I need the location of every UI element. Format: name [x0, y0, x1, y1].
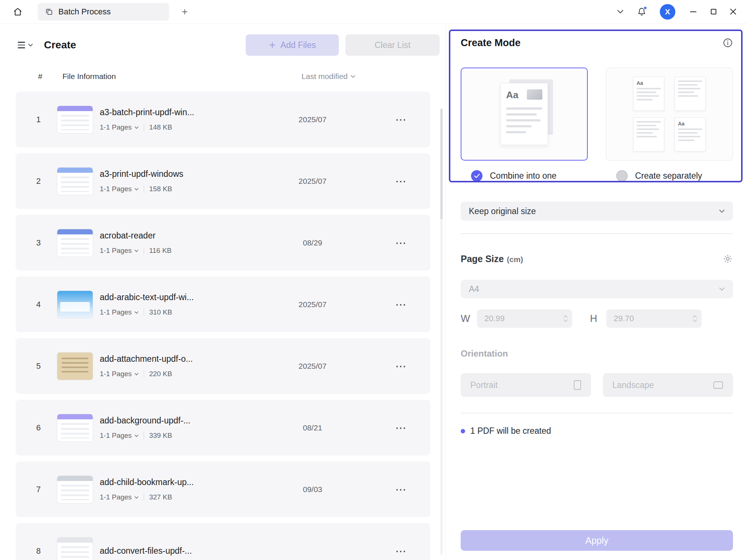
column-last-modified-sort[interactable]: Last modified: [301, 72, 355, 81]
plus-icon: [269, 41, 276, 49]
create-separately-card[interactable]: Aa Aa: [606, 68, 733, 161]
height-stepper[interactable]: [693, 309, 697, 328]
more-options-button[interactable]: ⋯: [385, 422, 418, 433]
width-label: W: [461, 313, 477, 324]
width-input[interactable]: [477, 309, 572, 328]
portrait-button[interactable]: Portrait: [461, 373, 591, 397]
column-number: #: [38, 72, 53, 81]
home-button[interactable]: [9, 3, 27, 21]
file-index: 3: [36, 238, 51, 248]
pages-dropdown[interactable]: 1-1 Pages: [100, 185, 139, 193]
file-name: a3-print-updf-windows: [100, 169, 276, 179]
file-subline: 1-1 Pages 158 KB: [100, 185, 276, 193]
hamburger-icon: [18, 42, 25, 48]
add-files-label: Add Files: [280, 40, 316, 50]
file-subline: 1-1 Pages 339 KB: [100, 432, 276, 440]
file-date: 2025/07: [276, 362, 349, 371]
status-dot-icon: [461, 429, 465, 433]
chevron-down-icon: [28, 44, 33, 47]
file-row[interactable]: 6 add-background-updf-... 1-1 Pages 339 …: [16, 400, 430, 456]
status-text: 1 PDF will be created: [470, 426, 551, 436]
landscape-label: Landscape: [613, 380, 654, 390]
file-panel: Create Add Files Clear List # File Infor…: [0, 24, 446, 560]
more-options-button[interactable]: ⋯: [385, 361, 418, 372]
paper-size-select[interactable]: A4: [461, 280, 733, 298]
create-separately-radio[interactable]: Create separately: [606, 170, 733, 182]
more-options-button[interactable]: ⋯: [385, 299, 418, 310]
file-size: 310 KB: [149, 308, 172, 316]
menu-button[interactable]: [16, 39, 35, 50]
combine-into-one-radio[interactable]: Combine into one: [461, 170, 588, 182]
file-date: 08/21: [276, 423, 349, 432]
size-mode-select[interactable]: Keep original size: [461, 202, 733, 221]
file-meta: add-convert-files-updf-...: [100, 546, 276, 556]
gear-icon: [723, 254, 733, 264]
height-input[interactable]: [606, 309, 702, 328]
image-placeholder-icon: [527, 89, 542, 100]
file-meta: a3-batch-print-updf-win... 1-1 Pages 148…: [100, 107, 276, 131]
file-thumbnail: [57, 291, 93, 319]
aa-glyph: Aa: [506, 89, 518, 101]
more-options-button[interactable]: ⋯: [385, 546, 418, 557]
tab-batch-process[interactable]: Batch Process: [38, 3, 169, 21]
notifications-button[interactable]: [637, 7, 647, 17]
pages-dropdown[interactable]: 1-1 Pages: [100, 308, 139, 316]
combine-into-one-card[interactable]: Aa: [461, 68, 588, 161]
separator: [144, 247, 144, 254]
file-subline: 1-1 Pages 220 KB: [100, 370, 276, 378]
unchecked-radio-icon: [616, 170, 628, 182]
file-meta: add-child-bookmark-up... 1-1 Pages 327 K…: [100, 477, 276, 501]
width-stepper[interactable]: [563, 309, 568, 328]
pages-dropdown[interactable]: 1-1 Pages: [100, 247, 139, 255]
more-options-button[interactable]: ⋯: [385, 237, 418, 248]
file-panel-header: Create Add Files Clear List: [16, 34, 440, 56]
file-thumbnail: [57, 475, 93, 504]
titlebar: Batch Process X: [0, 0, 747, 24]
file-row[interactable]: 8 add-convert-files-updf-... ⋯: [16, 523, 430, 560]
tab-label: Batch Process: [58, 7, 111, 17]
file-meta: a3-print-updf-windows 1-1 Pages 158 KB: [100, 169, 276, 193]
close-button[interactable]: [730, 8, 737, 15]
titlebar-dropdown-button[interactable]: [617, 10, 624, 14]
more-options-button[interactable]: ⋯: [385, 114, 418, 125]
orientation-label: Orientation: [461, 348, 733, 359]
file-row[interactable]: 3 acrobat-reader 1-1 Pages 116 KB 08/29 …: [16, 215, 430, 271]
landscape-button[interactable]: Landscape: [603, 373, 733, 397]
pages-value: 1-1 Pages: [100, 247, 132, 255]
new-tab-button[interactable]: [177, 4, 192, 19]
page-size-settings-button[interactable]: [723, 254, 733, 264]
clear-list-button[interactable]: Clear List: [345, 34, 440, 56]
file-row[interactable]: 4 add-arabic-text-updf-wi... 1-1 Pages 3…: [16, 276, 430, 332]
separator: [144, 124, 144, 131]
separator: [144, 309, 144, 316]
file-meta: add-arabic-text-updf-wi... 1-1 Pages 310…: [100, 292, 276, 316]
file-row[interactable]: 2 a3-print-updf-windows 1-1 Pages 158 KB…: [16, 153, 430, 209]
file-subline: 1-1 Pages 327 KB: [100, 493, 276, 501]
info-button[interactable]: [723, 38, 733, 48]
close-icon: [730, 8, 737, 15]
pages-dropdown[interactable]: 1-1 Pages: [100, 432, 139, 440]
width-height-row: W H: [461, 309, 733, 328]
pages-dropdown[interactable]: 1-1 Pages: [100, 370, 139, 378]
pages-value: 1-1 Pages: [100, 432, 132, 440]
chevron-down-icon: [351, 75, 355, 78]
file-meta: add-background-updf-... 1-1 Pages 339 KB: [100, 416, 276, 440]
pages-dropdown[interactable]: 1-1 Pages: [100, 123, 139, 131]
scrollbar-thumb[interactable]: [440, 109, 443, 219]
maximize-button[interactable]: [711, 9, 716, 14]
file-row[interactable]: 7 add-child-bookmark-up... 1-1 Pages 327…: [16, 461, 430, 517]
minimize-button[interactable]: [689, 7, 697, 16]
more-options-button[interactable]: ⋯: [385, 176, 418, 187]
more-options-button[interactable]: ⋯: [385, 484, 418, 495]
file-row[interactable]: 5 add-attachment-updf-o... 1-1 Pages 220…: [16, 338, 430, 394]
file-row[interactable]: 1 a3-batch-print-updf-win... 1-1 Pages 1…: [16, 92, 430, 147]
file-subline: 1-1 Pages 310 KB: [100, 308, 276, 316]
add-files-button[interactable]: Add Files: [246, 34, 339, 56]
chevron-down-icon: [719, 287, 725, 291]
pages-dropdown[interactable]: 1-1 Pages: [100, 493, 139, 501]
settings-panel: Create Mode Aa: [446, 24, 747, 560]
portrait-label: Portrait: [470, 380, 498, 390]
file-list: 1 a3-batch-print-updf-win... 1-1 Pages 1…: [16, 92, 430, 560]
apply-button[interactable]: Apply: [461, 530, 733, 551]
account-avatar[interactable]: X: [660, 4, 675, 20]
